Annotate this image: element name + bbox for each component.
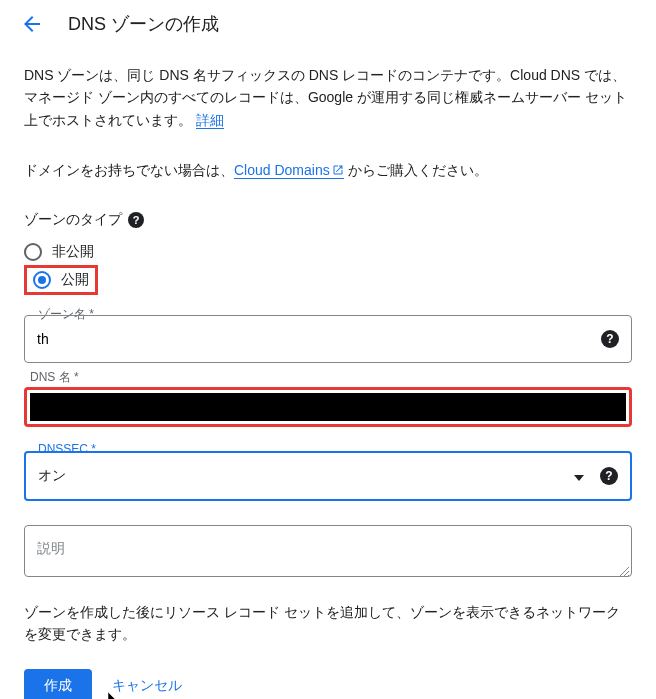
dns-name-input-redacted[interactable] (24, 387, 632, 427)
dns-name-label: DNS 名 * (26, 369, 83, 386)
radio-circle-icon (24, 243, 42, 261)
cloud-domains-link[interactable]: Cloud Domains (234, 162, 344, 179)
dnssec-field-group: DNSSEC * オン ? (24, 451, 632, 501)
back-arrow-icon[interactable] (20, 12, 44, 36)
resize-handle-icon[interactable] (619, 564, 629, 574)
zone-type-radio-group: 非公開 公開 (24, 239, 632, 295)
help-icon[interactable]: ? (600, 467, 618, 485)
zone-description: DNS ゾーンは、同じ DNS 名サフィックスの DNS レコードのコンテナです… (24, 64, 632, 131)
bottom-info-text: ゾーンを作成した後にリソース レコード セットを追加して、ゾーンを表示できるネッ… (24, 601, 632, 646)
details-link[interactable]: 詳細 (196, 112, 224, 129)
description-textarea[interactable]: 説明 (24, 525, 632, 577)
zone-name-input[interactable] (37, 331, 593, 347)
cursor-icon (108, 692, 122, 699)
page-title: DNS ゾーンの作成 (68, 12, 219, 36)
create-button[interactable]: 作成 (24, 669, 92, 699)
cancel-button[interactable]: キャンセル (112, 677, 182, 695)
zone-name-field-group: ゾーン名 * ? (24, 315, 632, 363)
dnssec-select[interactable]: オン ? (24, 451, 632, 501)
radio-private[interactable]: 非公開 (24, 239, 632, 265)
radio-public[interactable]: 公開 (24, 265, 98, 295)
help-icon[interactable]: ? (128, 212, 144, 228)
help-icon[interactable]: ? (601, 330, 619, 348)
domain-purchase-text: ドメインをお持ちでない場合は、Cloud Domains からご購入ください。 (24, 159, 632, 182)
radio-circle-selected-icon (33, 271, 51, 289)
chevron-down-icon (574, 468, 584, 484)
zone-type-label: ゾーンのタイプ ? (24, 211, 632, 229)
external-link-icon (332, 160, 344, 182)
dns-name-field-group: DNS 名 * (24, 387, 632, 427)
description-field-group: 説明 (24, 525, 632, 577)
